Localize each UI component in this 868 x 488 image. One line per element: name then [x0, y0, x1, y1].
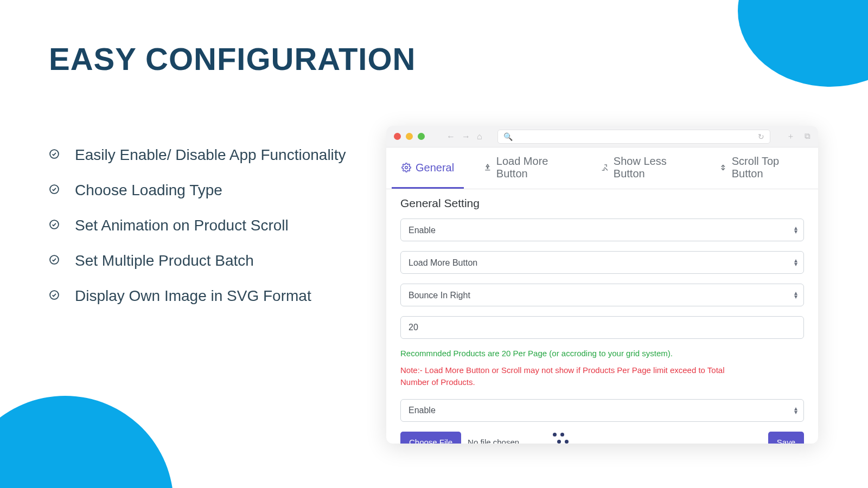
- check-icon: [49, 184, 60, 197]
- address-bar[interactable]: 🔍 ↻: [497, 130, 770, 144]
- feature-label: Display Own Image in SVG Format: [75, 287, 311, 305]
- tab-label: Scroll Top Button: [732, 155, 803, 180]
- check-icon: [49, 219, 60, 232]
- choose-file-button[interactable]: Choose File: [400, 432, 461, 444]
- panel-title: General Setting: [400, 197, 804, 210]
- feature-label: Set Animation on Product Scroll: [75, 217, 289, 234]
- copy-icon[interactable]: ⧉: [805, 131, 810, 142]
- file-status: No file chosen: [468, 438, 519, 444]
- feature-label: Easily Enable/ Disable App Functionality: [75, 146, 346, 164]
- newtab-icon[interactable]: ＋: [787, 131, 795, 142]
- feature-item: Choose Loading Type: [49, 182, 346, 199]
- window-controls: [394, 133, 425, 140]
- minimize-icon[interactable]: [406, 133, 413, 140]
- gear-icon: [401, 163, 411, 172]
- tab-general[interactable]: General: [392, 147, 464, 189]
- file-row: Choose File No file chosen Save: [400, 432, 804, 444]
- tab-label: Show Less Button: [614, 155, 690, 180]
- batch-input[interactable]: [400, 316, 804, 339]
- image-enable-select[interactable]: Enable: [400, 399, 804, 422]
- feature-item: Set Animation on Product Scroll: [49, 217, 346, 234]
- feature-item: Easily Enable/ Disable App Functionality: [49, 146, 346, 164]
- loading-type-select-wrap: Load More Button ▴▾: [400, 251, 804, 274]
- feature-label: Choose Loading Type: [75, 182, 222, 199]
- home-icon[interactable]: ⌂: [477, 132, 482, 142]
- decor-corner-bottom: [0, 396, 174, 488]
- hint-recommended: Recommnded Products are 20 Per Page (or …: [400, 349, 804, 358]
- browser-window: ← → ⌂ 🔍 ↻ ＋ ⧉ General Load More Button S…: [386, 126, 818, 444]
- feature-item: Display Own Image in SVG Format: [49, 287, 346, 305]
- tab-label: Load More Button: [496, 155, 571, 180]
- tab-show-less[interactable]: Show Less Button: [591, 147, 699, 189]
- decor-corner-top: [738, 0, 868, 87]
- browser-nav: ← → ⌂: [446, 132, 482, 142]
- tab-label: General: [416, 162, 454, 174]
- tab-load-more[interactable]: Load More Button: [474, 147, 581, 189]
- feature-label: Set Multiple Product Batch: [75, 252, 254, 269]
- search-icon: 🔍: [503, 132, 513, 141]
- enable-select[interactable]: Enable: [400, 219, 804, 241]
- browser-right-controls: ＋ ⧉: [787, 131, 810, 142]
- loading-type-select[interactable]: Load More Button: [400, 251, 804, 274]
- tab-scroll-top[interactable]: Scroll Top Button: [709, 147, 813, 189]
- animation-select[interactable]: Bounce In Right: [400, 284, 804, 306]
- back-icon[interactable]: ←: [446, 132, 455, 142]
- show-less-icon: [601, 163, 609, 172]
- browser-chrome: ← → ⌂ 🔍 ↻ ＋ ⧉: [386, 126, 818, 147]
- svg-point-5: [405, 166, 408, 169]
- page-title: EASY CONFIGURATION: [49, 41, 416, 77]
- animation-select-wrap: Bounce In Right ▴▾: [400, 284, 804, 306]
- check-icon: [49, 149, 60, 162]
- tab-bar: General Load More Button Show Less Butto…: [386, 147, 818, 189]
- loading-spinner-icon: [547, 433, 569, 444]
- general-panel: General Setting Enable ▴▾ Load More Butt…: [386, 189, 818, 444]
- feature-list: Easily Enable/ Disable App Functionality…: [49, 146, 346, 305]
- close-icon[interactable]: [394, 133, 401, 140]
- forward-icon[interactable]: →: [462, 132, 470, 142]
- scroll-top-icon: [719, 163, 727, 172]
- reload-icon[interactable]: ↻: [758, 132, 764, 141]
- feature-item: Set Multiple Product Batch: [49, 252, 346, 269]
- batch-input-wrap: [400, 316, 804, 339]
- image-enable-select-wrap: Enable ▴▾: [400, 399, 804, 422]
- load-more-icon: [483, 163, 492, 172]
- enable-select-wrap: Enable ▴▾: [400, 219, 804, 241]
- hint-note: Note:- Load More Button or Scroll may no…: [400, 364, 748, 388]
- check-icon: [49, 254, 60, 267]
- maximize-icon[interactable]: [418, 133, 425, 140]
- check-icon: [49, 290, 60, 303]
- save-button[interactable]: Save: [768, 432, 804, 444]
